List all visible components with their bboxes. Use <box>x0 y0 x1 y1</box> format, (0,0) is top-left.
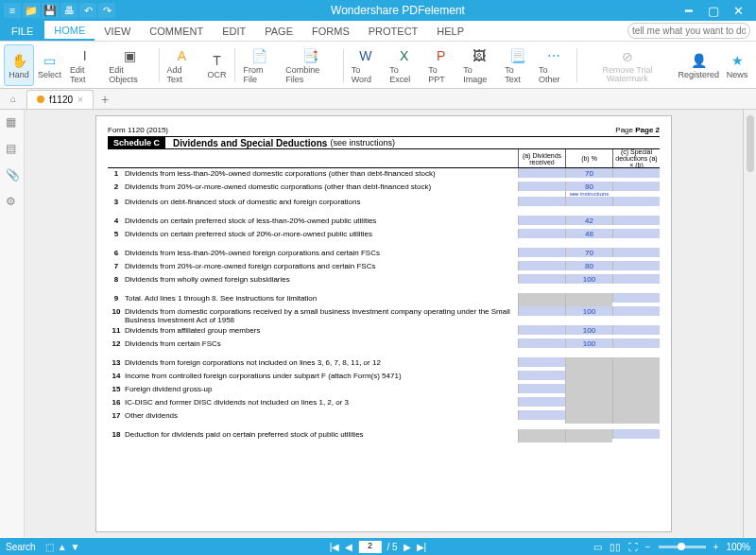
col-b-cell[interactable]: 80 <box>565 261 612 270</box>
to-word-tool[interactable]: WTo Word <box>347 44 386 86</box>
home-tab-icon[interactable]: ⌂ <box>0 94 26 104</box>
col-c-cell[interactable] <box>612 429 660 439</box>
hand-tool[interactable]: ✋Hand <box>4 44 34 86</box>
col-b-cell[interactable]: 48 <box>565 229 612 238</box>
col-a-cell[interactable] <box>518 384 565 393</box>
col-c-cell[interactable] <box>612 229 660 238</box>
col-a-cell[interactable] <box>518 410 565 420</box>
col-a-cell[interactable] <box>518 325 565 335</box>
undo-icon[interactable]: ↶ <box>79 3 96 18</box>
file-menu[interactable]: FILE <box>0 21 44 41</box>
col-a-cell[interactable] <box>518 168 565 178</box>
col-a-cell[interactable] <box>518 429 565 442</box>
up-icon[interactable]: ▲ <box>58 542 67 552</box>
col-c-cell[interactable] <box>612 293 660 303</box>
col-a-cell[interactable] <box>518 261 565 270</box>
col-c-cell[interactable] <box>612 410 660 424</box>
tab-protect[interactable]: PROTECT <box>359 21 428 41</box>
col-b-cell[interactable] <box>565 397 612 410</box>
col-a-cell[interactable] <box>518 293 565 306</box>
edit-objects-tool[interactable]: ▣Edit Objects <box>104 44 155 86</box>
bookmarks-icon[interactable]: ▤ <box>6 142 19 155</box>
col-a-cell[interactable] <box>518 338 565 348</box>
help-input[interactable] <box>627 23 750 39</box>
col-a-cell[interactable] <box>518 306 565 316</box>
tab-help[interactable]: HELP <box>427 21 473 41</box>
last-page-icon[interactable]: ▶| <box>417 542 427 552</box>
doc-tab[interactable]: f1120 × <box>26 90 94 109</box>
col-c-cell[interactable] <box>612 384 660 397</box>
search-panel-icon[interactable]: ⚙ <box>6 195 19 208</box>
col-c-cell[interactable] <box>612 371 660 384</box>
zoom-out-icon[interactable]: − <box>645 542 651 552</box>
tab-page[interactable]: PAGE <box>255 21 302 41</box>
tab-comment[interactable]: COMMENT <box>140 21 213 41</box>
zoom-in-icon[interactable]: + <box>713 542 719 552</box>
from-file-tool[interactable]: 📄From File <box>238 44 281 86</box>
col-b-cell[interactable]: 100 <box>565 306 612 316</box>
view1-icon[interactable]: ▭ <box>593 542 602 552</box>
to-image-tool[interactable]: 🖼To Image <box>458 44 500 86</box>
tab-home[interactable]: HOME <box>44 21 94 41</box>
page-input[interactable]: 2 <box>358 541 381 553</box>
open-icon[interactable]: 📁 <box>23 3 40 18</box>
scroll-thumb[interactable] <box>747 115 754 172</box>
col-b-cell[interactable]: 70 <box>565 168 612 178</box>
to-other-tool[interactable]: ⋯To Other <box>534 44 574 86</box>
add-tab[interactable]: + <box>94 92 116 107</box>
col-b-cell[interactable]: 100 <box>565 274 612 284</box>
remove-watermark-tool[interactable]: ⊘Remove Trial Watermark <box>580 44 676 86</box>
to-text-tool[interactable]: 📃To Text <box>500 44 534 86</box>
fit-icon[interactable]: ⬚ <box>45 542 54 552</box>
col-b-cell[interactable] <box>565 371 612 384</box>
col-a-cell[interactable] <box>518 371 565 380</box>
col-c-cell[interactable] <box>612 306 660 316</box>
tab-edit[interactable]: EDIT <box>213 21 255 41</box>
col-b-cell[interactable]: 100 <box>565 325 612 335</box>
maximize-icon[interactable]: ▢ <box>705 4 722 18</box>
col-b-cell[interactable] <box>565 197 612 206</box>
search-label[interactable]: Search <box>6 542 36 552</box>
col-b-cell[interactable] <box>565 357 612 371</box>
minimize-icon[interactable]: ━ <box>680 4 697 18</box>
col-c-cell[interactable] <box>612 168 660 178</box>
col-c-cell[interactable] <box>612 397 660 410</box>
down-icon[interactable]: ▼ <box>71 542 80 552</box>
view3-icon[interactable]: ⛶ <box>628 542 638 552</box>
save-icon[interactable]: 💾 <box>42 3 59 18</box>
news-tool[interactable]: ★News <box>722 44 752 86</box>
col-a-cell[interactable] <box>518 357 565 367</box>
col-c-cell[interactable] <box>612 248 660 257</box>
col-a-cell[interactable] <box>518 229 565 238</box>
redo-icon[interactable]: ↷ <box>98 3 115 18</box>
tab-view[interactable]: VIEW <box>94 21 140 41</box>
print-icon[interactable]: 🖶 <box>60 3 77 18</box>
col-c-cell[interactable] <box>612 357 660 371</box>
col-b-cell[interactable]: 100 <box>565 338 612 348</box>
col-b-cell[interactable]: 70 <box>565 248 612 257</box>
col-b-cell[interactable] <box>565 429 612 442</box>
col-b-cell[interactable]: 42 <box>565 216 612 225</box>
ocr-tool[interactable]: TOCR <box>201 44 232 86</box>
close-tab-icon[interactable]: × <box>77 95 83 105</box>
col-a-cell[interactable] <box>518 274 565 284</box>
col-c-cell[interactable] <box>612 261 660 270</box>
edit-text-tool[interactable]: IEdit Text <box>65 44 104 86</box>
col-b-cell[interactable] <box>565 384 612 397</box>
attachments-icon[interactable]: 📎 <box>6 168 19 182</box>
to-excel-tool[interactable]: XTo Excel <box>385 44 423 86</box>
col-b-cell[interactable] <box>565 293 612 306</box>
to-ppt-tool[interactable]: PTo PPT <box>423 44 458 86</box>
col-c-cell[interactable] <box>612 197 660 206</box>
col-a-cell[interactable] <box>518 248 565 257</box>
col-c-cell[interactable] <box>612 338 660 348</box>
view2-icon[interactable]: ▯▯ <box>610 542 621 552</box>
thumbnails-icon[interactable]: ▦ <box>6 115 19 129</box>
col-a-cell[interactable] <box>518 216 565 225</box>
select-tool[interactable]: ▭Select <box>34 44 65 86</box>
col-b-cell[interactable]: 80see instructions <box>565 182 612 197</box>
next-page-icon[interactable]: ▶ <box>404 542 411 552</box>
tab-forms[interactable]: FORMS <box>302 21 359 41</box>
col-c-cell[interactable] <box>612 182 660 191</box>
close-icon[interactable]: ✕ <box>730 4 747 18</box>
